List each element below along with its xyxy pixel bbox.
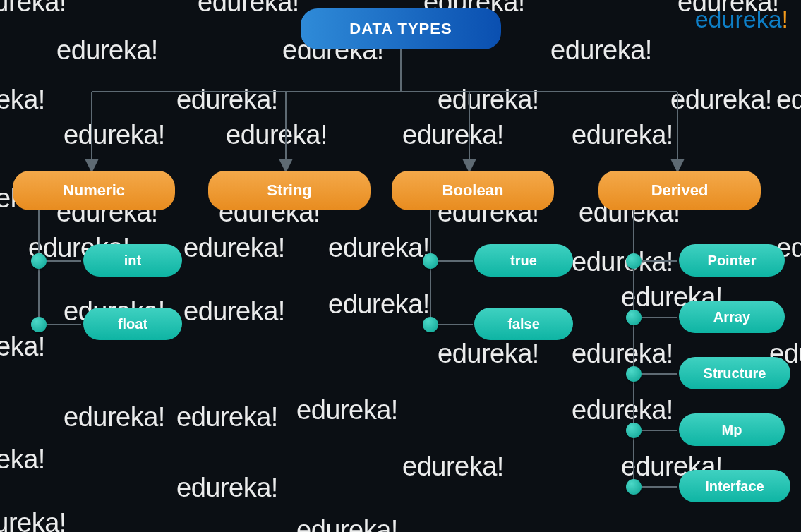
leaf-int: int — [83, 244, 182, 277]
leaf-array: Array — [679, 301, 785, 333]
category-derived: Derived — [598, 171, 761, 210]
leaf-false: false — [474, 308, 573, 340]
category-numeric: Numeric — [13, 171, 175, 210]
category-boolean: Boolean — [392, 171, 554, 210]
leaf-mp: Mp — [679, 413, 785, 446]
junction-dot — [626, 479, 642, 495]
root-node-data-types: DATA TYPES — [301, 8, 501, 49]
junction-dot — [423, 317, 438, 332]
junction-dot — [626, 366, 642, 382]
junction-dot — [423, 253, 438, 269]
leaf-pointer: Pointer — [679, 244, 785, 277]
junction-dot — [626, 253, 642, 269]
leaf-true: true — [474, 244, 573, 277]
leaf-interface: Interface — [679, 470, 790, 502]
junction-dot — [31, 317, 47, 332]
junction-dot — [31, 253, 47, 269]
category-string: String — [208, 171, 371, 210]
leaf-float: float — [83, 308, 182, 340]
leaf-structure: Structure — [679, 357, 790, 389]
junction-dot — [626, 423, 642, 438]
junction-dot — [626, 310, 642, 325]
